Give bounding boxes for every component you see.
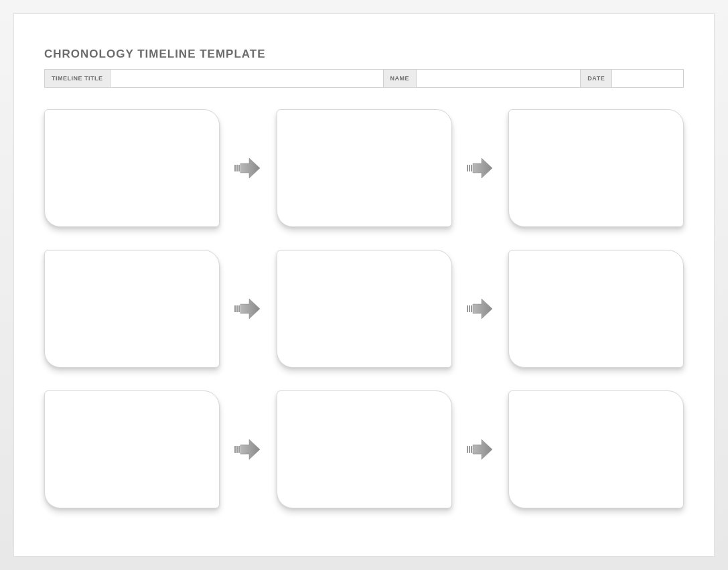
arrow-right-icon (465, 438, 495, 461)
svg-rect-11 (471, 305, 472, 312)
timeline-box[interactable] (508, 390, 684, 508)
timeline-box[interactable] (508, 250, 684, 368)
svg-rect-7 (236, 305, 238, 312)
svg-rect-10 (469, 305, 470, 312)
arrow-right-icon (233, 157, 263, 180)
timeline-box[interactable] (44, 250, 220, 368)
date-input[interactable] (612, 70, 683, 87)
timeline-box[interactable] (44, 390, 220, 508)
date-label: DATE (581, 70, 612, 87)
svg-rect-6 (234, 305, 236, 312)
timeline-box[interactable] (508, 109, 684, 227)
timeline-box[interactable] (44, 109, 220, 227)
timeline-row (44, 250, 684, 368)
svg-rect-8 (238, 305, 240, 312)
timeline-row (44, 109, 684, 227)
svg-rect-14 (238, 446, 240, 453)
svg-rect-5 (471, 165, 472, 171)
arrow-right-icon (465, 297, 495, 320)
svg-rect-12 (234, 446, 236, 453)
timeline-box[interactable] (277, 390, 452, 508)
name-label: NAME (384, 70, 417, 87)
svg-rect-9 (467, 305, 468, 312)
svg-rect-17 (471, 446, 472, 453)
svg-rect-0 (234, 165, 236, 171)
timeline-title-input[interactable] (111, 70, 384, 87)
arrow-right-icon (465, 157, 495, 180)
timeline-row (44, 390, 684, 508)
svg-rect-3 (467, 165, 468, 171)
arrow-right-icon (233, 297, 263, 320)
name-input[interactable] (417, 70, 581, 87)
svg-rect-2 (238, 165, 240, 171)
svg-rect-1 (236, 165, 238, 171)
svg-rect-13 (236, 446, 238, 453)
header-row: TIMELINE TITLE NAME DATE (44, 69, 684, 88)
page-container: CHRONOLOGY TIMELINE TEMPLATE TIMELINE TI… (13, 13, 715, 557)
timeline-box[interactable] (277, 250, 452, 368)
timeline-box[interactable] (277, 109, 452, 227)
svg-rect-15 (467, 446, 468, 453)
arrow-right-icon (233, 438, 263, 461)
timeline-grid (44, 109, 684, 508)
svg-rect-16 (469, 446, 470, 453)
page-title: CHRONOLOGY TIMELINE TEMPLATE (44, 48, 684, 61)
timeline-title-label: TIMELINE TITLE (45, 70, 111, 87)
svg-rect-4 (469, 165, 470, 171)
